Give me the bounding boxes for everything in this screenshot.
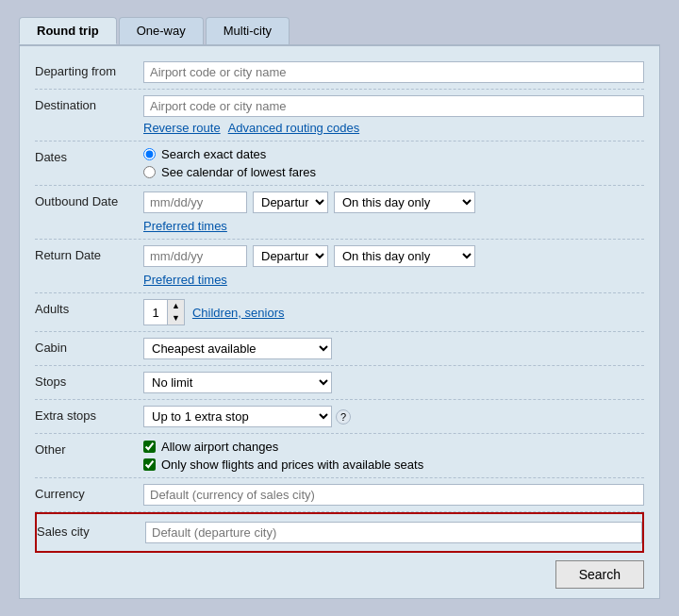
sales-city-label: Sales city (37, 522, 145, 539)
outbound-day-select[interactable]: On this day only ±1 day ±2 days ±3 days (334, 191, 475, 213)
dates-content: Search exact dates See calendar of lowes… (143, 147, 644, 179)
return-time-select[interactable]: Departure Arrival (253, 245, 328, 267)
adults-decrement[interactable]: ▼ (168, 312, 184, 325)
extra-stops-content: Up to 1 extra stop No extra stops Up to … (143, 406, 644, 427)
departing-from-row: Departing from (35, 56, 644, 90)
extra-stops-inputs: Up to 1 extra stop No extra stops Up to … (143, 406, 644, 427)
destination-row: Destination Reverse route Advanced routi… (35, 90, 644, 142)
adults-inputs: 1 ▲ ▼ Children, seniors (143, 299, 644, 325)
adults-stepper[interactable]: 1 ▲ ▼ (143, 299, 185, 325)
return-date-label: Return Date (35, 245, 143, 262)
route-links: Reverse route Advanced routing codes (143, 121, 644, 135)
adults-row: Adults 1 ▲ ▼ Children, seniors (35, 293, 644, 332)
outbound-date-inputs: Departure Arrival On this day only ±1 da… (143, 191, 644, 213)
tabs-bar: Round trip One-way Multi-city (19, 17, 660, 44)
extra-stops-row: Extra stops Up to 1 extra stop No extra … (35, 400, 644, 434)
tab-round-trip[interactable]: Round trip (19, 17, 117, 44)
stops-select[interactable]: No limit Nonstop only Up to 1 stop (143, 372, 332, 393)
return-date-inputs: Departure Arrival On this day only ±1 da… (143, 245, 644, 267)
other-content: Allow airport changes Only show flights … (143, 440, 644, 472)
calendar-radio[interactable] (143, 166, 156, 178)
search-button-row: Search (35, 560, 644, 589)
currency-content (143, 484, 644, 506)
airport-changes-option[interactable]: Allow airport changes (143, 440, 644, 454)
outbound-date-label: Outbound Date (35, 191, 143, 208)
cabin-label: Cabin (35, 338, 143, 355)
return-date-content: Departure Arrival On this day only ±1 da… (143, 245, 644, 287)
available-seats-label: Only show flights and prices with availa… (161, 458, 423, 472)
return-date-input[interactable] (143, 245, 247, 267)
available-seats-checkbox[interactable] (143, 458, 156, 471)
reverse-route-link[interactable]: Reverse route (143, 121, 221, 135)
search-button[interactable]: Search (555, 560, 644, 589)
dates-row: Dates Search exact dates See calendar of… (35, 142, 644, 186)
adults-increment[interactable]: ▲ (168, 300, 184, 312)
destination-content: Reverse route Advanced routing codes (143, 95, 644, 135)
outbound-date-row: Outbound Date Departure Arrival On this … (35, 186, 644, 240)
cabin-row: Cabin Cheapest available Economy Busines… (35, 332, 644, 366)
destination-input[interactable] (143, 95, 644, 117)
adults-arrows: ▲ ▼ (167, 300, 184, 325)
departing-from-label: Departing from (35, 61, 143, 78)
departing-from-input[interactable] (143, 61, 644, 83)
return-preferred-times-link[interactable]: Preferred times (143, 273, 644, 287)
tab-multi-city[interactable]: Multi-city (206, 17, 290, 44)
currency-label: Currency (35, 484, 143, 501)
extra-stops-help-icon[interactable]: ? (336, 409, 351, 425)
adults-value: 1 (144, 304, 167, 322)
exact-dates-option[interactable]: Search exact dates (143, 147, 644, 161)
app-wrapper: Round trip One-way Multi-city Departing … (19, 17, 660, 599)
tab-one-way[interactable]: One-way (119, 17, 204, 44)
airport-changes-label: Allow airport changes (161, 440, 278, 454)
destination-label: Destination (35, 95, 143, 112)
return-date-row: Return Date Departure Arrival On this da… (35, 240, 644, 293)
currency-row: Currency (35, 478, 644, 512)
extra-stops-select[interactable]: Up to 1 extra stop No extra stops Up to … (143, 406, 332, 427)
outbound-date-content: Departure Arrival On this day only ±1 da… (143, 191, 644, 233)
calendar-option[interactable]: See calendar of lowest fares (143, 165, 644, 179)
outbound-date-input[interactable] (143, 191, 247, 213)
cabin-content: Cheapest available Economy Business Firs… (143, 338, 644, 359)
currency-input[interactable] (143, 484, 644, 506)
extra-stops-label: Extra stops (35, 406, 143, 423)
advanced-routing-link[interactable]: Advanced routing codes (228, 121, 359, 135)
airport-changes-checkbox[interactable] (143, 441, 156, 453)
form-body: Departing from Destination Reverse route… (19, 44, 660, 599)
outbound-preferred-times-link[interactable]: Preferred times (143, 219, 644, 233)
dates-radio-group: Search exact dates See calendar of lowes… (143, 147, 644, 179)
sales-city-row: Sales city (35, 512, 644, 553)
adults-content: 1 ▲ ▼ Children, seniors (143, 299, 644, 325)
stops-content: No limit Nonstop only Up to 1 stop (143, 372, 644, 393)
stops-row: Stops No limit Nonstop only Up to 1 stop (35, 366, 644, 400)
departing-from-content (143, 61, 644, 83)
other-row: Other Allow airport changes Only show fl… (35, 434, 644, 478)
calendar-label: See calendar of lowest fares (161, 165, 316, 179)
other-label: Other (35, 440, 143, 457)
exact-dates-radio[interactable] (143, 148, 156, 160)
return-day-select[interactable]: On this day only ±1 day ±2 days ±3 days (334, 245, 475, 267)
sales-city-content (145, 522, 642, 543)
dates-label: Dates (35, 147, 143, 164)
sales-city-input[interactable] (145, 522, 642, 543)
outbound-time-select[interactable]: Departure Arrival (253, 191, 328, 213)
other-checkboxes: Allow airport changes Only show flights … (143, 440, 644, 472)
children-seniors-link[interactable]: Children, seniors (192, 306, 285, 320)
adults-label: Adults (35, 299, 143, 316)
exact-dates-label: Search exact dates (161, 147, 266, 161)
available-seats-option[interactable]: Only show flights and prices with availa… (143, 458, 644, 472)
cabin-select[interactable]: Cheapest available Economy Business Firs… (143, 338, 332, 359)
stops-label: Stops (35, 372, 143, 389)
